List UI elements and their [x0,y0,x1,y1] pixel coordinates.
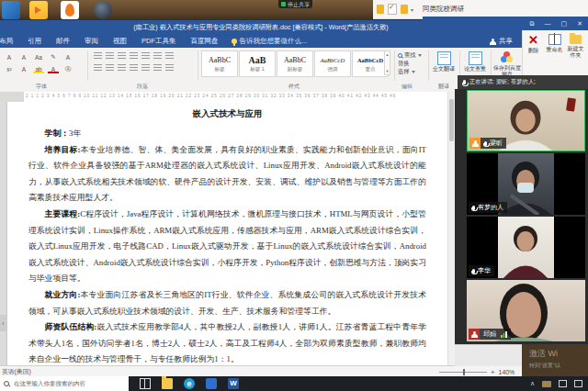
explorer-folder-icon[interactable] [401,5,408,14]
tray-display-icon[interactable] [559,380,567,387]
new-folder-icon [570,35,582,44]
select-button[interactable]: 选择 [398,68,422,76]
edge-browser-icon[interactable]: e [184,378,195,389]
paragraph-training-goal: 培养目标:本专业培养德、智、体、美全面发展，具有良好的职业素质、实践能力和创新创… [28,142,426,207]
new-folder-button[interactable]: 新建文件夹 [565,34,586,59]
shrink-font-button[interactable]: A [17,51,30,62]
tray-network-icon[interactable] [574,380,582,387]
style-item-keypoint[interactable]: AaBbCcD 要点 [352,50,389,77]
language-status[interactable]: 英语(美国) [2,367,31,376]
grow-font-button[interactable]: A [3,51,16,62]
tell-me-box[interactable]: 告诉我您想要做什么... [232,37,308,46]
desktop-globe-app-icon[interactable] [94,1,112,19]
desktop-reader-app-icon[interactable] [61,1,79,19]
paragraph-group-label: 段落 [119,83,165,91]
tab-references[interactable]: 引用 [20,37,49,46]
align-center-button[interactable] [106,64,114,72]
styles-gallery-scroll[interactable]: ▲ ▼ [384,50,390,75]
explorer-window-title: 同类院校调研 [423,5,464,14]
change-case-button[interactable]: Aa [32,51,45,62]
word-titlebar[interactable]: (南工业) 嵌入式技术与应用专业同类院校调研附表.doc [兼容模式] - Wo… [0,20,522,35]
style-item-heading1[interactable]: AaB 标题 1 [239,50,276,77]
line-spacing-button[interactable] [141,64,150,72]
task-view-icon[interactable] [140,378,151,389]
find-button[interactable]: 查找 [398,51,422,60]
tab-review[interactable]: 审阅 [77,37,106,46]
chevron-down-icon [418,54,422,57]
chevron-down-icon[interactable]: ▾ [411,6,413,13]
window-edge-patch [455,344,522,366]
font-tools-row2: x² A ab A Ⓐ [2,63,75,74]
screen-share-control[interactable]: 停止共享 [278,0,312,8]
zoom-slider-knob[interactable] [463,369,465,375]
ribbon: A A Aa ✎ A x² A ab A Ⓐ 字体 [0,48,522,93]
share-button[interactable]: 共享 [490,37,513,46]
word-app-icon[interactable]: W [228,378,239,389]
style-item-subtitle[interactable]: AaBbC 副标题 [277,50,313,77]
shading-button[interactable] [153,64,162,72]
zoom-in-button[interactable]: + [491,368,495,376]
rename-button[interactable]: 重命名 [544,34,565,53]
style-item-title[interactable]: AaBbC 标题 [201,50,238,77]
enclose-character-button[interactable]: Ⓐ [62,63,74,74]
superscript-button[interactable]: x² [3,63,16,74]
align-right-button[interactable] [118,64,126,72]
close-icon[interactable]: ✕ [577,20,582,27]
save-to-baidu-netdisk-button[interactable]: 保存到百度网盘 [493,51,521,77]
increase-indent-button[interactable] [141,52,150,60]
align-left-button[interactable] [94,64,102,72]
scrollbar-thumb[interactable] [449,99,454,141]
explorer-app-icon[interactable] [377,5,384,14]
format-painter-icon[interactable]: ✎ [47,51,60,62]
show-marks-button[interactable] [165,52,174,60]
file-explorer-icon[interactable] [162,378,173,389]
meeting-video-panel: 梁昕 有梦的人 [455,89,588,344]
taskbar-search-box[interactable]: 在这里输入你要搜索的内容 [0,376,129,391]
zoom-level[interactable]: 140% [499,369,514,375]
clear-format-button[interactable]: A [62,51,74,62]
desktop-corner: 激活 Wi 转到“设置”以 [522,344,588,376]
video-tile-liangxin[interactable]: 梁昕 [467,90,585,151]
styles-gallery: AaBbC 标题 AaB 标题 1 AaBbC 副标题 AaBbCcD 强调 A… [201,50,389,77]
numbering-button[interactable] [106,52,114,60]
font-color-button[interactable]: A [47,63,60,74]
paper-check-button[interactable]: 论文查重 [463,51,487,73]
sync-checkbox-icon[interactable] [388,4,397,15]
document-heading: 嵌入式技术与应用 [28,108,426,120]
replace-button[interactable]: 替换 [398,60,422,68]
sort-button[interactable] [153,52,162,60]
video-tile-youmengderen[interactable]: 有梦的人 [467,153,585,215]
bullets-button[interactable] [94,52,102,60]
zoom-slider[interactable] [439,372,487,373]
maximize-icon[interactable]: ▢ [561,20,568,27]
full-text-translate-button[interactable]: 全文翻译 [432,51,456,73]
desktop-media-folder-icon[interactable] [29,1,48,19]
video-tile-lihua[interactable]: 李华 [467,217,585,278]
scroll-up-icon[interactable]: ▲ [386,52,390,57]
delete-button[interactable]: ✕ 删除 [523,34,544,54]
tab-view[interactable]: 视图 [106,37,134,46]
desktop-app-icon-cube[interactable] [2,1,20,19]
document-page[interactable]: 嵌入式技术与应用 学制：3年 培养目标:本专业培养德、智、体、美全面发展，具有良… [7,102,447,365]
video-tile-qiujuan[interactable]: 邱娟 [467,280,585,341]
minimize-icon[interactable]: — [545,20,551,27]
style-item-emphasis[interactable]: AaBbCcD 强调 [314,50,351,77]
decrease-indent-button[interactable] [130,52,138,60]
tab-layout[interactable]: 布局 [0,37,20,46]
restore-icon[interactable]: ⧉ [530,20,535,27]
participant-avatar-icon [469,329,480,340]
highlight-color-button[interactable]: ab [32,63,45,74]
participant-name-tag: 有梦的人 [469,202,507,213]
justify-button[interactable] [130,64,138,72]
tab-mailings[interactable]: 邮件 [49,37,77,46]
borders-button[interactable] [165,64,174,72]
tab-baidu-netdisk[interactable]: 百度网盘 [184,37,226,46]
scroll-down-icon[interactable]: ▼ [386,69,390,73]
tray-folder-icon[interactable] [542,381,551,387]
multilevel-list-button[interactable] [118,52,126,60]
text-effects-button[interactable]: A [17,63,30,74]
tray-expand-icon[interactable]: ∧ [530,380,535,387]
previous-page-button[interactable]: ‹ [0,315,6,331]
tab-pdf-tools[interactable]: PDF工具集 [134,37,184,46]
pinned-app-icon[interactable] [206,378,217,389]
